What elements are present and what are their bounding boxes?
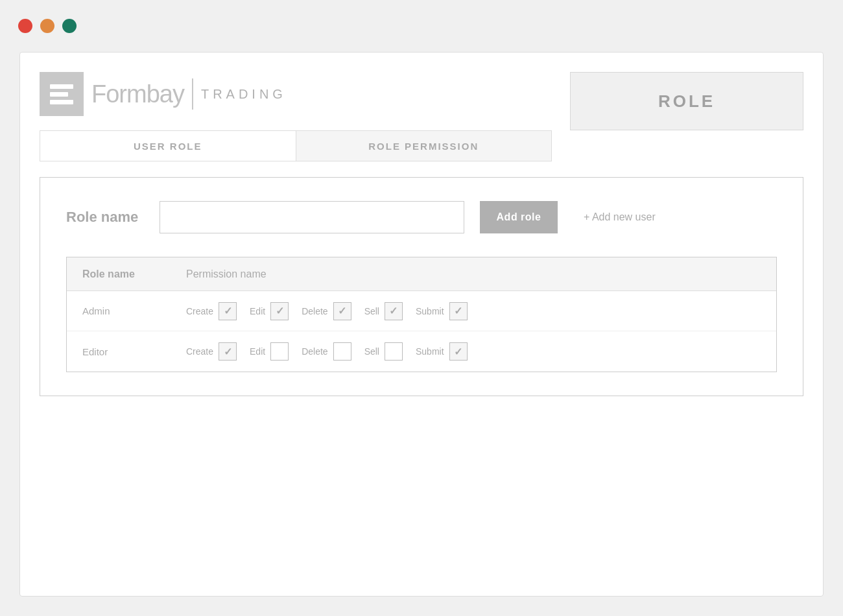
role-name-row: Role name Add role + Add new user xyxy=(66,201,777,233)
col-permission-name: Permission name xyxy=(186,268,267,280)
add-role-button[interactable]: Add role xyxy=(480,201,558,233)
label-create-1: Create xyxy=(186,346,213,357)
checkbox-sell-0[interactable] xyxy=(385,302,403,320)
role-name-input[interactable] xyxy=(160,201,464,233)
role-editor: Editor xyxy=(82,346,186,357)
permissions-table: Role name Permission name Admin Create E… xyxy=(66,257,777,372)
label-submit-1: Submit xyxy=(416,346,444,357)
close-button[interactable] xyxy=(18,19,32,33)
table-row: Admin Create Edit Delete xyxy=(67,291,776,331)
admin-delete: Delete xyxy=(302,302,351,320)
logo-line-3 xyxy=(50,100,73,104)
admin-permissions: Create Edit Delete Sell xyxy=(186,302,761,320)
main-area: Formbay TRADING ROLE USER ROLE ROLE PERM… xyxy=(19,52,824,597)
add-new-user-link[interactable]: + Add new user xyxy=(584,211,656,223)
tabs-row: USER ROLE ROLE PERMISSION xyxy=(40,130,552,161)
editor-sell: Sell xyxy=(364,342,403,361)
logo-trading: TRADING xyxy=(201,87,287,102)
editor-create: Create xyxy=(186,342,237,361)
checkbox-edit-0[interactable] xyxy=(270,302,289,320)
table-body: Admin Create Edit Delete xyxy=(67,291,776,372)
logo-icon xyxy=(40,72,84,116)
label-edit-0: Edit xyxy=(250,306,265,316)
table-header: Role name Permission name xyxy=(67,257,776,291)
maximize-button[interactable] xyxy=(62,19,77,33)
editor-permissions: Create Edit Delete Sell xyxy=(186,342,761,361)
label-sell-1: Sell xyxy=(364,346,379,357)
admin-sell: Sell xyxy=(364,302,403,320)
checkbox-submit-0[interactable] xyxy=(449,302,468,320)
role-name-label: Role name xyxy=(66,209,144,226)
checkbox-submit-1[interactable] xyxy=(449,342,468,361)
checkbox-edit-1[interactable] xyxy=(270,342,289,361)
editor-submit: Submit xyxy=(416,342,468,361)
label-edit-1: Edit xyxy=(250,346,265,357)
tab-user-role[interactable]: USER ROLE xyxy=(40,131,296,161)
checkbox-delete-1[interactable] xyxy=(333,342,351,361)
admin-create: Create xyxy=(186,302,237,320)
label-delete-0: Delete xyxy=(302,306,327,316)
checkbox-create-1[interactable] xyxy=(219,342,237,361)
logo-area: Formbay TRADING xyxy=(40,72,287,116)
tab-role-permission[interactable]: ROLE PERMISSION xyxy=(296,131,552,161)
logo-name: Formbay xyxy=(91,80,184,108)
logo-icon-lines xyxy=(50,84,73,104)
logo-line-2 xyxy=(50,92,68,97)
label-sell-0: Sell xyxy=(364,306,379,316)
role-admin: Admin xyxy=(82,305,186,316)
col-role-name: Role name xyxy=(82,268,186,280)
logo-line-1 xyxy=(50,84,73,89)
checkbox-sell-1[interactable] xyxy=(385,342,403,361)
role-button[interactable]: ROLE xyxy=(570,72,803,130)
table-row: Editor Create Edit Delete xyxy=(67,331,776,372)
header-row: Formbay TRADING ROLE xyxy=(40,72,803,130)
admin-edit: Edit xyxy=(250,302,289,320)
content-panel: Role name Add role + Add new user Role n… xyxy=(40,177,803,396)
titlebar xyxy=(0,0,843,52)
admin-submit: Submit xyxy=(416,302,468,320)
logo-text: Formbay TRADING xyxy=(91,78,287,110)
logo-divider xyxy=(192,78,193,110)
label-delete-1: Delete xyxy=(302,346,327,357)
label-submit-0: Submit xyxy=(416,306,444,316)
label-create-0: Create xyxy=(186,306,213,316)
checkbox-create-0[interactable] xyxy=(219,302,237,320)
checkbox-delete-0[interactable] xyxy=(333,302,351,320)
editor-delete: Delete xyxy=(302,342,351,361)
minimize-button[interactable] xyxy=(40,19,54,33)
editor-edit: Edit xyxy=(250,342,289,361)
